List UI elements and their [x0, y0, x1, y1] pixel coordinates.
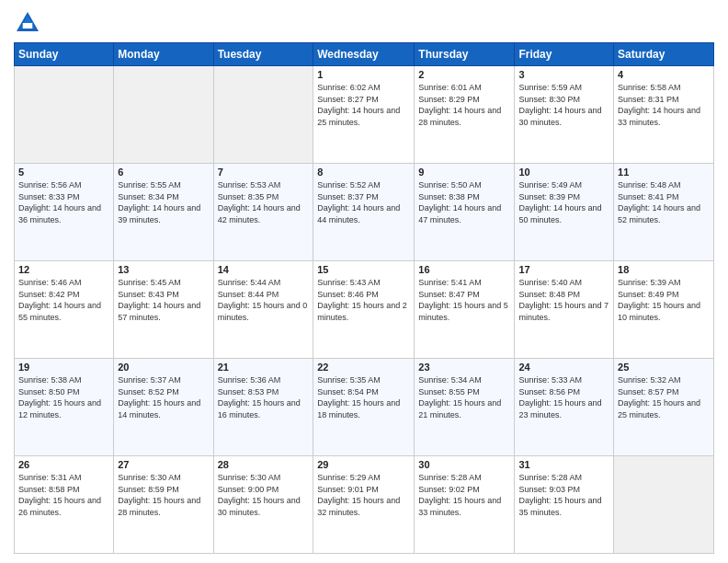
day-number: 13 [118, 264, 209, 275]
weekday-header-row: SundayMondayTuesdayWednesdayThursdayFrid… [15, 43, 714, 66]
weekday-header-friday: Friday [515, 43, 614, 66]
day-number: 17 [518, 264, 609, 275]
calendar-cell: 27Sunrise: 5:30 AM Sunset: 8:59 PM Dayli… [114, 456, 213, 554]
logo [14, 9, 45, 37]
svg-rect-2 [23, 23, 33, 29]
day-number: 2 [418, 69, 510, 80]
day-info: Sunrise: 5:33 AM Sunset: 8:56 PM Dayligh… [518, 374, 609, 420]
day-number: 29 [317, 459, 410, 470]
calendar-cell: 23Sunrise: 5:34 AM Sunset: 8:55 PM Dayli… [415, 359, 515, 456]
day-number: 1 [317, 69, 410, 80]
day-info: Sunrise: 6:01 AM Sunset: 8:29 PM Dayligh… [418, 82, 510, 128]
day-number: 4 [618, 69, 710, 80]
day-number: 28 [218, 459, 310, 470]
calendar-cell: 10Sunrise: 5:49 AM Sunset: 8:39 PM Dayli… [515, 164, 614, 261]
calendar-cell [213, 66, 313, 164]
day-number: 15 [317, 264, 410, 275]
header [14, 9, 714, 37]
day-number: 21 [218, 362, 310, 373]
day-number: 24 [518, 362, 609, 373]
calendar-cell: 14Sunrise: 5:44 AM Sunset: 8:44 PM Dayli… [213, 261, 313, 359]
day-info: Sunrise: 5:56 AM Sunset: 8:33 PM Dayligh… [18, 179, 109, 225]
day-number: 22 [317, 362, 410, 373]
day-info: Sunrise: 5:49 AM Sunset: 8:39 PM Dayligh… [518, 179, 609, 225]
day-info: Sunrise: 5:35 AM Sunset: 8:54 PM Dayligh… [317, 374, 410, 420]
day-number: 25 [618, 362, 710, 373]
day-info: Sunrise: 5:31 AM Sunset: 8:58 PM Dayligh… [18, 472, 109, 518]
calendar-cell: 30Sunrise: 5:28 AM Sunset: 9:02 PM Dayli… [415, 456, 515, 554]
week-row-2: 12Sunrise: 5:46 AM Sunset: 8:42 PM Dayli… [15, 261, 714, 359]
calendar-cell: 21Sunrise: 5:36 AM Sunset: 8:53 PM Dayli… [213, 359, 313, 456]
calendar-cell [614, 456, 714, 554]
calendar-cell: 19Sunrise: 5:38 AM Sunset: 8:50 PM Dayli… [15, 359, 114, 456]
day-info: Sunrise: 5:52 AM Sunset: 8:37 PM Dayligh… [317, 179, 410, 225]
day-info: Sunrise: 5:30 AM Sunset: 8:59 PM Dayligh… [118, 472, 209, 518]
calendar-cell: 3Sunrise: 5:59 AM Sunset: 8:30 PM Daylig… [515, 66, 614, 164]
calendar-cell: 4Sunrise: 5:58 AM Sunset: 8:31 PM Daylig… [614, 66, 714, 164]
week-row-0: 1Sunrise: 6:02 AM Sunset: 8:27 PM Daylig… [15, 66, 714, 164]
day-number: 16 [418, 264, 510, 275]
day-number: 8 [317, 167, 410, 178]
day-number: 12 [18, 264, 109, 275]
calendar-cell: 9Sunrise: 5:50 AM Sunset: 8:38 PM Daylig… [415, 164, 515, 261]
day-info: Sunrise: 5:58 AM Sunset: 8:31 PM Dayligh… [618, 82, 710, 128]
day-info: Sunrise: 5:43 AM Sunset: 8:46 PM Dayligh… [317, 277, 410, 323]
day-number: 5 [18, 167, 109, 178]
day-info: Sunrise: 5:38 AM Sunset: 8:50 PM Dayligh… [18, 374, 109, 420]
day-info: Sunrise: 5:40 AM Sunset: 8:48 PM Dayligh… [518, 277, 609, 323]
day-info: Sunrise: 5:48 AM Sunset: 8:41 PM Dayligh… [618, 179, 710, 225]
day-info: Sunrise: 5:30 AM Sunset: 9:00 PM Dayligh… [218, 472, 310, 518]
calendar-cell [114, 66, 213, 164]
day-number: 27 [118, 459, 209, 470]
calendar-cell: 15Sunrise: 5:43 AM Sunset: 8:46 PM Dayli… [313, 261, 415, 359]
calendar-cell: 18Sunrise: 5:39 AM Sunset: 8:49 PM Dayli… [614, 261, 714, 359]
day-number: 18 [618, 264, 710, 275]
calendar-cell: 17Sunrise: 5:40 AM Sunset: 8:48 PM Dayli… [515, 261, 614, 359]
day-info: Sunrise: 5:36 AM Sunset: 8:53 PM Dayligh… [218, 374, 310, 420]
calendar-cell: 12Sunrise: 5:46 AM Sunset: 8:42 PM Dayli… [15, 261, 114, 359]
day-info: Sunrise: 5:32 AM Sunset: 8:57 PM Dayligh… [618, 374, 710, 420]
day-number: 19 [18, 362, 109, 373]
day-number: 10 [518, 167, 609, 178]
calendar-cell: 7Sunrise: 5:53 AM Sunset: 8:35 PM Daylig… [213, 164, 313, 261]
calendar-cell: 11Sunrise: 5:48 AM Sunset: 8:41 PM Dayli… [614, 164, 714, 261]
day-number: 7 [218, 167, 310, 178]
week-row-1: 5Sunrise: 5:56 AM Sunset: 8:33 PM Daylig… [15, 164, 714, 261]
day-info: Sunrise: 5:45 AM Sunset: 8:43 PM Dayligh… [118, 277, 209, 323]
day-number: 20 [118, 362, 209, 373]
page: SundayMondayTuesdayWednesdayThursdayFrid… [0, 0, 728, 563]
weekday-header-tuesday: Tuesday [213, 43, 313, 66]
calendar-cell: 29Sunrise: 5:29 AM Sunset: 9:01 PM Dayli… [313, 456, 415, 554]
day-number: 14 [218, 264, 310, 275]
calendar-cell: 25Sunrise: 5:32 AM Sunset: 8:57 PM Dayli… [614, 359, 714, 456]
calendar-cell: 22Sunrise: 5:35 AM Sunset: 8:54 PM Dayli… [313, 359, 415, 456]
calendar-cell: 31Sunrise: 5:28 AM Sunset: 9:03 PM Dayli… [515, 456, 614, 554]
day-info: Sunrise: 5:34 AM Sunset: 8:55 PM Dayligh… [418, 374, 510, 420]
day-info: Sunrise: 6:02 AM Sunset: 8:27 PM Dayligh… [317, 82, 410, 128]
calendar: SundayMondayTuesdayWednesdayThursdayFrid… [14, 42, 714, 554]
calendar-cell: 2Sunrise: 6:01 AM Sunset: 8:29 PM Daylig… [415, 66, 515, 164]
calendar-cell: 16Sunrise: 5:41 AM Sunset: 8:47 PM Dayli… [415, 261, 515, 359]
day-number: 11 [618, 167, 710, 178]
day-info: Sunrise: 5:39 AM Sunset: 8:49 PM Dayligh… [618, 277, 710, 323]
calendar-cell: 6Sunrise: 5:55 AM Sunset: 8:34 PM Daylig… [114, 164, 213, 261]
day-number: 9 [418, 167, 510, 178]
day-number: 3 [518, 69, 609, 80]
day-info: Sunrise: 5:55 AM Sunset: 8:34 PM Dayligh… [118, 179, 209, 225]
day-info: Sunrise: 5:29 AM Sunset: 9:01 PM Dayligh… [317, 472, 410, 518]
logo-icon [14, 9, 41, 37]
calendar-cell: 28Sunrise: 5:30 AM Sunset: 9:00 PM Dayli… [213, 456, 313, 554]
calendar-cell: 20Sunrise: 5:37 AM Sunset: 8:52 PM Dayli… [114, 359, 213, 456]
day-number: 23 [418, 362, 510, 373]
day-info: Sunrise: 5:37 AM Sunset: 8:52 PM Dayligh… [118, 374, 209, 420]
day-info: Sunrise: 5:50 AM Sunset: 8:38 PM Dayligh… [418, 179, 510, 225]
week-row-4: 26Sunrise: 5:31 AM Sunset: 8:58 PM Dayli… [15, 456, 714, 554]
day-info: Sunrise: 5:59 AM Sunset: 8:30 PM Dayligh… [518, 82, 609, 128]
calendar-cell [15, 66, 114, 164]
day-number: 6 [118, 167, 209, 178]
day-info: Sunrise: 5:44 AM Sunset: 8:44 PM Dayligh… [218, 277, 310, 323]
day-info: Sunrise: 5:28 AM Sunset: 9:02 PM Dayligh… [418, 472, 510, 518]
day-info: Sunrise: 5:46 AM Sunset: 8:42 PM Dayligh… [18, 277, 109, 323]
calendar-cell: 1Sunrise: 6:02 AM Sunset: 8:27 PM Daylig… [313, 66, 415, 164]
weekday-header-monday: Monday [114, 43, 213, 66]
